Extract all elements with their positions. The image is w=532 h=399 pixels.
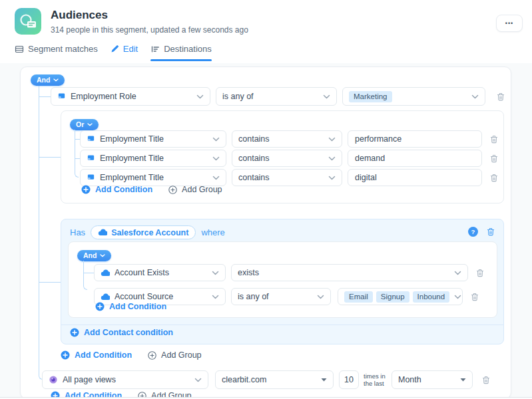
audiences-app-icon <box>15 8 41 35</box>
account-group-footer: Add Contact condition <box>70 328 173 337</box>
count-input[interactable] <box>339 370 359 389</box>
trash-icon <box>471 293 479 301</box>
add-contact-condition-button[interactable]: Add Contact condition <box>70 328 173 337</box>
condition-row: Employment Title contains <box>80 130 498 148</box>
attribute-value: Account Exists <box>115 268 207 277</box>
trash-icon <box>490 174 498 182</box>
operator-select[interactable]: contains <box>232 130 342 148</box>
cloud-icon <box>101 293 110 301</box>
condition-row: Employment Role is any of Marketing <box>51 87 505 106</box>
value-input[interactable] <box>348 169 482 186</box>
domain-value: clearbit.com <box>222 375 316 384</box>
add-contact-condition-label: Add Contact condition <box>84 328 173 337</box>
delete-condition-button[interactable] <box>490 169 498 186</box>
plus-circle-icon <box>61 350 70 360</box>
account-conditions-box: And Account Exists exists <box>68 241 497 318</box>
list-icon <box>15 45 24 54</box>
plus-circle-icon <box>81 185 91 194</box>
condition-row: Employment Title contains <box>80 150 498 167</box>
add-condition-button[interactable]: Add Condition <box>61 350 132 360</box>
eye-icon <box>49 375 58 384</box>
attribute-value: Employment Title <box>100 173 208 182</box>
divider <box>61 325 503 325</box>
group-operator-pill[interactable]: And <box>77 250 111 261</box>
value-input[interactable] <box>348 130 482 148</box>
cloud-icon <box>101 269 110 277</box>
connector-line <box>75 139 80 140</box>
condition-row: Employment Title contains <box>80 169 498 186</box>
pageviews-condition-row: All page views clearbit.com times in the… <box>42 370 490 389</box>
tab-label: Segment matches <box>28 44 98 54</box>
connector-line <box>75 158 80 159</box>
attribute-select[interactable]: Account Exists <box>94 264 226 281</box>
delete-condition-button[interactable] <box>476 264 484 281</box>
add-group-button[interactable]: Add Group <box>168 185 222 194</box>
delete-condition-button[interactable] <box>490 130 498 148</box>
chevron-down-icon <box>317 295 324 299</box>
attribute-select[interactable]: Employment Title <box>80 130 226 148</box>
attribute-select[interactable]: Employment Title <box>80 169 226 186</box>
attribute-select[interactable]: All page views <box>42 370 208 389</box>
attribute-value: All page views <box>63 375 190 384</box>
domain-select[interactable]: clearbit.com <box>215 370 334 389</box>
content-area: And Employment Role is any of Marketing <box>0 63 532 399</box>
connector-line <box>83 273 94 273</box>
tab-segment-matches[interactable]: Segment matches <box>15 44 98 61</box>
group-actions: Add Condition Add Group <box>81 185 222 194</box>
condition-row: Account Exists exists <box>94 264 484 281</box>
chevron-down-icon <box>328 176 336 180</box>
delete-condition-button[interactable] <box>490 150 498 167</box>
attribute-flag-icon <box>87 154 95 163</box>
help-icon[interactable]: ? <box>468 227 478 237</box>
triangle-down-icon <box>460 378 466 382</box>
times-label-line1: times in <box>364 372 390 380</box>
chevron-down-icon <box>212 156 220 161</box>
value-input[interactable] <box>348 150 482 167</box>
values-multiselect[interactable]: Marketing <box>342 87 485 106</box>
account-group-header: Has Salesforce Account where <box>70 225 225 239</box>
operator-select[interactable]: exists <box>231 264 468 281</box>
add-group-button[interactable]: Add Group <box>148 350 201 360</box>
add-condition-button[interactable]: Add Condition <box>95 302 166 311</box>
chevron-down-icon <box>53 78 59 82</box>
delete-condition-button[interactable] <box>497 87 505 106</box>
trash-icon <box>476 269 484 277</box>
plus-circle-outline-icon <box>148 351 156 360</box>
attribute-select[interactable]: Employment Title <box>80 150 226 167</box>
operator-select[interactable]: contains <box>232 150 342 167</box>
group-actions: Add Condition <box>95 302 166 311</box>
add-condition-label: Add Condition <box>75 350 132 360</box>
filter-icon <box>150 45 160 54</box>
root-actions: Add Condition Add Group <box>61 350 202 360</box>
operator-value: exists <box>238 268 449 277</box>
chevron-down-icon <box>196 94 204 99</box>
period-select[interactable]: Month <box>392 370 473 389</box>
attribute-flag-icon <box>87 174 95 182</box>
page-header: Audiences 314 people in this segment, up… <box>15 8 248 35</box>
chevron-down-icon <box>471 94 479 99</box>
more-options-button[interactable]: ••• <box>496 15 523 32</box>
salesforce-account-group-box: Has Salesforce Account where ? And <box>61 219 504 344</box>
chevron-down-icon <box>212 137 220 142</box>
tab-edit[interactable]: Edit <box>111 44 138 61</box>
values-multiselect[interactable]: Email Signup Inbound <box>338 288 463 305</box>
attribute-select[interactable]: Employment Role <box>51 87 210 106</box>
page-title: Audiences <box>51 9 248 22</box>
add-condition-button[interactable]: Add Condition <box>81 185 152 194</box>
delete-condition-button[interactable] <box>482 370 490 389</box>
chevron-down-icon <box>454 271 461 275</box>
operator-select[interactable]: is any of <box>231 288 331 305</box>
operator-select[interactable]: contains <box>232 169 342 186</box>
group-operator-pill[interactable]: Or <box>70 119 99 130</box>
connector-line <box>39 85 43 380</box>
delete-group-button[interactable] <box>487 227 495 236</box>
tab-destinations[interactable]: Destinations <box>150 44 212 61</box>
value-tag: Inbound <box>413 291 450 303</box>
root-operator-pill[interactable]: And <box>31 74 65 86</box>
operator-select[interactable]: is any of <box>216 87 337 106</box>
operator-value: contains <box>238 134 324 144</box>
delete-condition-button[interactable] <box>471 288 479 305</box>
add-condition-label: Add Condition <box>109 302 166 311</box>
entity-pill[interactable]: Salesforce Account <box>91 225 196 239</box>
operator-label: And <box>37 76 50 84</box>
